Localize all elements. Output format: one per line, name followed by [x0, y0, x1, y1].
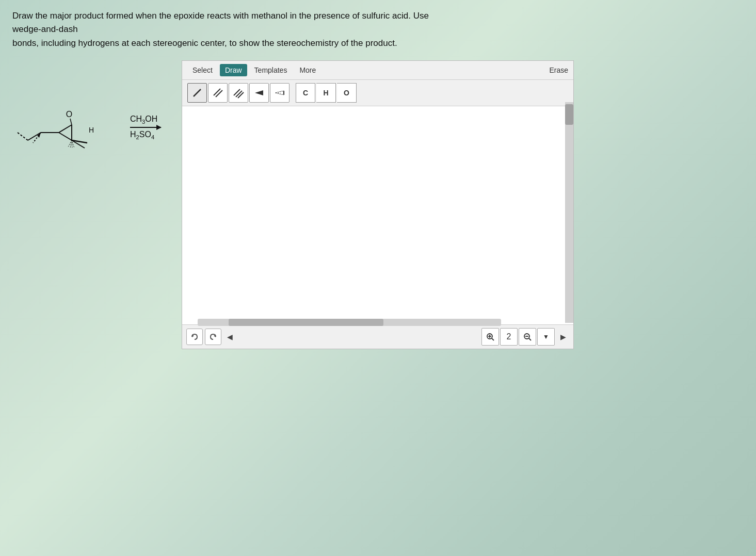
svg-line-30: [492, 338, 494, 340]
zoom-level-button[interactable]: 2: [500, 328, 518, 346]
question-container: Draw the major product formed when the e…: [0, 0, 464, 55]
zoom-out-icon: [523, 332, 532, 341]
scrollbar-thumb[interactable]: [565, 104, 573, 125]
arrow-line: [130, 127, 161, 128]
zoom-in-button[interactable]: [481, 328, 499, 346]
bottom-bar: ◀ 2: [182, 324, 573, 349]
svg-text:O: O: [66, 110, 72, 119]
oxygen-atom-button[interactable]: O: [337, 83, 357, 103]
bond-tools-row: C H O: [182, 80, 573, 106]
double-bond-icon: [212, 87, 223, 99]
svg-line-22: [238, 92, 244, 98]
svg-line-4: [59, 133, 72, 140]
dash-bond-icon: [274, 87, 285, 99]
reagent-bottom: H2SO4: [130, 130, 154, 140]
svg-marker-23: [255, 90, 263, 95]
single-bond-button[interactable]: [187, 83, 207, 103]
dash-bond-button[interactable]: [270, 83, 289, 103]
svg-line-25: [276, 93, 284, 95]
triple-bond-icon: [233, 87, 244, 99]
svg-line-17: [194, 89, 201, 96]
epoxide-structure: O H: [12, 91, 121, 163]
redo-icon: [208, 332, 218, 341]
nav-right-button[interactable]: ▶: [557, 331, 569, 343]
horizontal-scrollbar[interactable]: [198, 319, 501, 326]
structure-area: O H CH3OH H2SO4: [12, 91, 161, 163]
svg-line-13: [68, 140, 72, 147]
nav-left-button[interactable]: ◀: [223, 331, 236, 343]
zoom-controls: 2 ▼: [481, 328, 555, 346]
svg-line-15: [72, 140, 72, 149]
question-line2: bonds, including hydrogens at each stere…: [12, 37, 452, 50]
carbon-atom-button[interactable]: C: [296, 83, 315, 103]
hscrollbar-thumb[interactable]: [229, 319, 383, 326]
select-button[interactable]: Select: [187, 64, 218, 76]
question-line1: Draw the major product formed when the e…: [12, 9, 452, 37]
svg-text:H: H: [89, 126, 94, 134]
hydrogen-atom-button[interactable]: H: [316, 83, 336, 103]
wedge-bond-icon: [253, 87, 265, 99]
zoom-out-button[interactable]: [519, 328, 536, 346]
draw-button[interactable]: Draw: [220, 64, 247, 76]
undo-redo-group: [186, 329, 221, 345]
triple-bond-button[interactable]: [229, 83, 248, 103]
single-bond-icon: [191, 87, 203, 99]
svg-line-7: [70, 119, 72, 125]
svg-line-3: [59, 125, 72, 133]
reagent-top: CH3OH: [130, 115, 157, 125]
drawing-panel: Select Draw Templates More Erase: [182, 60, 574, 349]
svg-line-14: [70, 140, 72, 148]
double-bond-button[interactable]: [208, 83, 228, 103]
redo-button[interactable]: [205, 329, 221, 345]
canvas-area[interactable]: [182, 106, 573, 324]
toolbar: Select Draw Templates More Erase: [182, 61, 573, 80]
zoom-level-label: 2: [507, 332, 511, 341]
undo-icon: [190, 332, 199, 341]
svg-line-18: [214, 89, 220, 95]
svg-line-34: [529, 338, 531, 340]
reaction-arrow: [130, 127, 161, 128]
main-area: O H CH3OH H2SO4: [0, 55, 756, 354]
reaction-info: CH3OH H2SO4: [130, 115, 161, 140]
undo-button[interactable]: [186, 329, 203, 345]
templates-button[interactable]: Templates: [249, 64, 293, 76]
more-button[interactable]: More: [294, 64, 321, 76]
svg-line-1: [18, 133, 28, 140]
erase-button[interactable]: Erase: [549, 66, 568, 74]
dropdown-arrow-icon: ▼: [543, 333, 549, 340]
vertical-scrollbar[interactable]: [565, 102, 573, 323]
wedge-bond-button[interactable]: [249, 83, 269, 103]
zoom-in-icon: [486, 332, 495, 341]
svg-line-24: [276, 91, 284, 93]
zoom-dropdown-button[interactable]: ▼: [537, 328, 555, 346]
svg-line-19: [216, 90, 222, 97]
